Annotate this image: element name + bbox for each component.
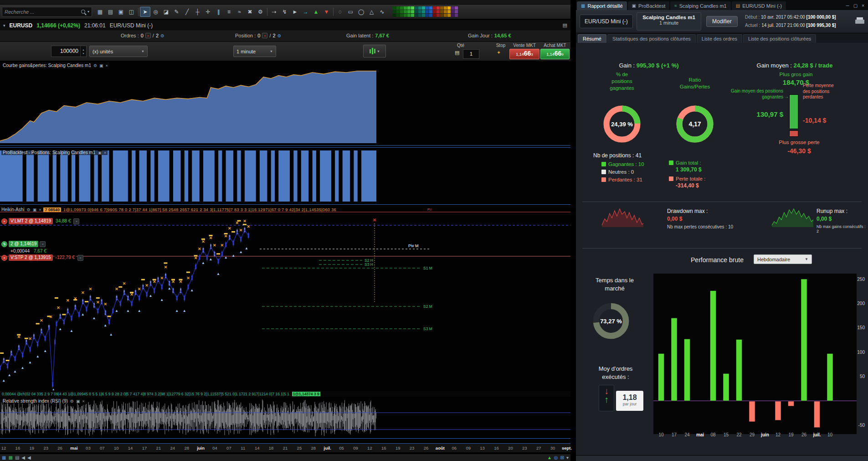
palette-color-swatch[interactable] xyxy=(455,6,458,10)
palette-color-swatch[interactable] xyxy=(404,14,407,17)
trendline-tool-icon[interactable]: ╱ xyxy=(182,7,192,17)
wave-tool-icon[interactable]: ≈ xyxy=(234,7,245,17)
ellipse-tool-icon[interactable]: ◯ xyxy=(356,7,366,17)
palette-color-swatch[interactable] xyxy=(451,6,454,10)
eraser-tool-icon[interactable]: ◪ xyxy=(161,7,171,17)
list-view-icon[interactable]: ▩ xyxy=(8,455,12,460)
palette-color-swatch[interactable] xyxy=(447,14,451,17)
palette-color-swatch[interactable] xyxy=(411,14,414,17)
palette-color-swatch[interactable] xyxy=(407,10,411,13)
palette-color-swatch[interactable] xyxy=(404,6,407,10)
zoom-out-icon[interactable]: ◎ xyxy=(554,455,558,460)
report-tab[interactable]: Résumé xyxy=(578,34,606,43)
flag-tool-icon[interactable]: ► xyxy=(290,7,300,17)
stop-settings-icon[interactable]: ✦ xyxy=(497,50,501,56)
limit-order-tag[interactable]: V:LMT 2 @ 1,14819 xyxy=(9,218,53,224)
qty-input[interactable]: 1 xyxy=(463,49,479,59)
hline-tool-icon[interactable]: ┼ xyxy=(192,7,203,17)
workspace-icon[interactable]: ▦ xyxy=(95,7,105,17)
arrow-right-tool-icon[interactable]: → xyxy=(300,7,311,17)
pane-close-icon[interactable]: × xyxy=(104,150,106,155)
modify-button[interactable]: Modifier xyxy=(706,16,738,27)
position-settings-icon[interactable]: ⚙ xyxy=(277,33,282,38)
palette-color-swatch[interactable] xyxy=(393,6,396,10)
workspace-icon[interactable]: ▦ xyxy=(2,455,6,460)
more-icon[interactable]: ▾ xyxy=(566,455,569,460)
sell-arrow-tool-icon[interactable]: ▼ xyxy=(321,7,332,17)
dashed-arrow-tool-icon[interactable]: ⇢ xyxy=(269,7,279,17)
palette-color-swatch[interactable] xyxy=(407,6,411,10)
palette-color-swatch[interactable] xyxy=(437,6,440,10)
instrument-caret-icon[interactable]: ▾ xyxy=(3,23,5,28)
window-tab[interactable]: ▤EUR/USD Mini (-) xyxy=(732,1,786,10)
orders-settings-icon[interactable]: ⚙ xyxy=(160,33,164,38)
palette-color-swatch[interactable] xyxy=(444,14,447,17)
buy-market-button[interactable]: 1,14669 xyxy=(540,49,570,59)
position-close-icon[interactable]: × xyxy=(262,33,267,38)
sell-market-button[interactable]: 1,14663 xyxy=(509,49,539,59)
palette-color-swatch[interactable] xyxy=(422,10,425,13)
quantity-arrows-icon[interactable]: ▲▼ xyxy=(80,46,86,57)
lightning-tool-icon[interactable]: ↯ xyxy=(279,7,290,17)
zoom-tool-icon[interactable]: ◎ xyxy=(150,7,161,17)
scroll-start-icon[interactable]: ◀ xyxy=(27,455,31,460)
instrument-symbol[interactable]: EURUSD xyxy=(10,22,33,29)
palette-color-swatch[interactable] xyxy=(455,10,458,13)
palette-color-swatch[interactable] xyxy=(411,6,414,10)
window-tab[interactable]: ≈Scalping Candles m1 xyxy=(670,1,730,10)
crosshair-tool-icon[interactable]: ✛ xyxy=(203,7,213,17)
orders-cancel-icon[interactable]: × xyxy=(145,33,151,38)
palette-color-swatch[interactable] xyxy=(415,6,418,10)
sine-tool-icon[interactable]: ∿ xyxy=(377,7,387,17)
scroll-up-icon[interactable]: ▲ xyxy=(547,455,552,460)
pane-copy-icon[interactable]: ▣ xyxy=(99,63,103,68)
unit-mode-dropdown[interactable]: (x) unités▼ xyxy=(89,46,148,57)
palette-color-swatch[interactable] xyxy=(426,10,429,13)
palette-color-swatch[interactable] xyxy=(400,14,403,17)
palette-color-swatch[interactable] xyxy=(433,6,436,10)
timeframe-dropdown[interactable]: 1 minute▼ xyxy=(233,46,276,57)
scroll-left-icon[interactable]: ◀ xyxy=(21,455,25,460)
fibonacci-tool-icon[interactable]: ≡ xyxy=(224,7,234,17)
link-windows-icon[interactable]: ▣ xyxy=(116,7,126,17)
palette-color-swatch[interactable] xyxy=(418,10,421,13)
palette-color-swatch[interactable] xyxy=(433,10,436,13)
palette-color-swatch[interactable] xyxy=(407,14,411,17)
pane-copy-icon[interactable]: ▣ xyxy=(98,150,102,155)
palette-color-swatch[interactable] xyxy=(393,10,396,13)
palette-color-swatch[interactable] xyxy=(447,6,451,10)
quantity-stepper[interactable]: 100000 ▲▼ xyxy=(51,46,87,57)
palette-color-swatch[interactable] xyxy=(396,10,400,13)
rectangle-tool-icon[interactable]: ▭ xyxy=(345,7,356,17)
pane-copy-icon[interactable]: ▣ xyxy=(76,399,80,404)
screenshot-icon[interactable]: ◫ xyxy=(126,7,137,17)
palette-color-swatch[interactable] xyxy=(396,6,400,10)
palette-color-swatch[interactable] xyxy=(429,10,432,13)
parallel-lines-tool-icon[interactable]: ∥ xyxy=(213,7,224,17)
palette-color-swatch[interactable] xyxy=(418,6,421,10)
cancel-order-icon[interactable]: × xyxy=(1,255,7,261)
cancel-order-icon[interactable]: × xyxy=(1,218,7,224)
report-instrument[interactable]: EUR/USD Mini (-) xyxy=(580,15,633,28)
pane-copy-icon[interactable]: ▣ xyxy=(33,207,37,212)
palette-color-swatch[interactable] xyxy=(444,10,447,13)
palette-color-swatch[interactable] xyxy=(418,14,421,17)
palette-color-swatch[interactable] xyxy=(455,14,458,17)
palette-color-swatch[interactable] xyxy=(437,14,440,17)
maximize-icon[interactable]: ▢ xyxy=(853,3,858,8)
palette-color-swatch[interactable] xyxy=(396,14,400,17)
pane-settings-icon[interactable]: ⚙ xyxy=(70,399,74,404)
palette-color-swatch[interactable] xyxy=(411,10,414,13)
palette-color-swatch[interactable] xyxy=(429,6,432,10)
buy-arrow-tool-icon[interactable]: ▲ xyxy=(311,7,321,17)
palette-color-swatch[interactable] xyxy=(440,6,443,10)
layout-icon[interactable]: ▤ xyxy=(15,455,19,460)
report-tab[interactable]: Statistiques des positions clôturées xyxy=(607,34,696,43)
close-icon[interactable]: × xyxy=(862,3,864,8)
minimize-icon[interactable]: ─ xyxy=(846,3,849,8)
zoom-in-icon[interactable]: ⊞ xyxy=(560,455,564,460)
palette-color-swatch[interactable] xyxy=(440,10,443,13)
palette-color-swatch[interactable] xyxy=(437,10,440,13)
panel-toggle-icon[interactable]: ▤ xyxy=(563,22,567,28)
palette-color-swatch[interactable] xyxy=(440,14,443,17)
